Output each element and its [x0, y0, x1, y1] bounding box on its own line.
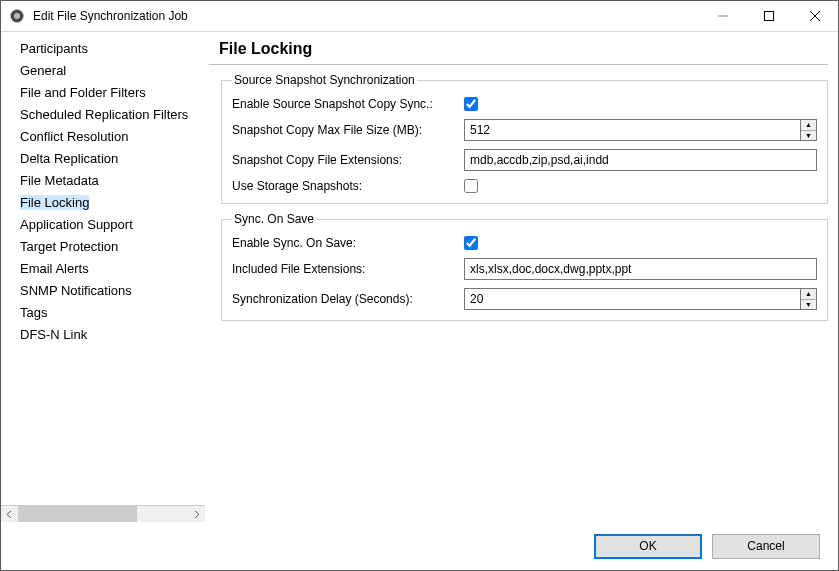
enable-sync-on-save-label: Enable Sync. On Save:: [232, 236, 464, 250]
sidebar-item-label: General: [20, 63, 66, 78]
source-snapshot-group: Source Snapshot Synchronization Enable S…: [221, 73, 828, 204]
close-button[interactable]: [792, 1, 838, 32]
sidebar-item-label: Conflict Resolution: [20, 129, 128, 144]
sidebar-item-label: Target Protection: [20, 239, 118, 254]
content-pane: File Locking Source Snapshot Synchroniza…: [205, 32, 838, 522]
snapshot-extensions-label: Snapshot Copy File Extensions:: [232, 153, 464, 167]
enable-snapshot-checkbox[interactable]: [464, 97, 478, 111]
ok-button[interactable]: OK: [594, 534, 702, 559]
sidebar-item-general[interactable]: General: [1, 60, 205, 82]
spin-up-button[interactable]: ▲: [801, 120, 816, 131]
use-storage-snapshots-label: Use Storage Snapshots:: [232, 179, 464, 193]
dialog-footer: OK Cancel: [1, 522, 838, 570]
sidebar-item-snmp-notifications[interactable]: SNMP Notifications: [1, 280, 205, 302]
max-file-size-input[interactable]: [464, 119, 800, 141]
group-legend: Source Snapshot Synchronization: [232, 73, 417, 87]
sidebar-item-tags[interactable]: Tags: [1, 302, 205, 324]
sidebar-item-dfs-n-link[interactable]: DFS-N Link: [1, 324, 205, 346]
sidebar-item-conflict-resolution[interactable]: Conflict Resolution: [1, 126, 205, 148]
spin-up-button[interactable]: ▲: [801, 289, 816, 300]
sidebar-item-file-locking[interactable]: File Locking: [1, 192, 205, 214]
sidebar-item-label: File Locking: [20, 195, 89, 210]
sidebar-horizontal-scrollbar[interactable]: [1, 505, 205, 522]
sidebar-item-delta-replication[interactable]: Delta Replication: [1, 148, 205, 170]
scroll-track[interactable]: [18, 506, 188, 522]
sidebar-item-scheduled-replication-filters[interactable]: Scheduled Replication Filters: [1, 104, 205, 126]
titlebar: Edit File Synchronization Job: [1, 1, 838, 32]
included-extensions-input[interactable]: [464, 258, 817, 280]
sync-delay-input[interactable]: [464, 288, 800, 310]
sidebar-item-target-protection[interactable]: Target Protection: [1, 236, 205, 258]
group-legend: Sync. On Save: [232, 212, 316, 226]
sidebar-item-label: Participants: [20, 41, 88, 56]
sidebar-list: ParticipantsGeneralFile and Folder Filte…: [1, 32, 205, 505]
sidebar-item-file-metadata[interactable]: File Metadata: [1, 170, 205, 192]
window-title: Edit File Synchronization Job: [33, 9, 700, 23]
cancel-button[interactable]: Cancel: [712, 534, 820, 559]
scroll-right-button[interactable]: [188, 506, 205, 522]
app-icon: [9, 8, 25, 24]
scroll-thumb[interactable]: [18, 506, 137, 522]
max-file-size-spinner[interactable]: ▲ ▼: [464, 119, 817, 141]
sidebar-item-label: Delta Replication: [20, 151, 118, 166]
scroll-left-button[interactable]: [1, 506, 18, 522]
enable-snapshot-label: Enable Source Snapshot Copy Sync.:: [232, 97, 464, 111]
sidebar-item-email-alerts[interactable]: Email Alerts: [1, 258, 205, 280]
sidebar-item-label: DFS-N Link: [20, 327, 87, 342]
sidebar-item-label: Tags: [20, 305, 47, 320]
snapshot-extensions-input[interactable]: [464, 149, 817, 171]
minimize-button[interactable]: [700, 1, 746, 32]
use-storage-snapshots-checkbox[interactable]: [464, 179, 478, 193]
sidebar-item-file-and-folder-filters[interactable]: File and Folder Filters: [1, 82, 205, 104]
sidebar-item-participants[interactable]: Participants: [1, 38, 205, 60]
sidebar-item-label: Application Support: [20, 217, 133, 232]
svg-rect-3: [765, 12, 774, 21]
spin-down-button[interactable]: ▼: [801, 300, 816, 310]
sync-delay-label: Synchronization Delay (Seconds):: [232, 292, 464, 306]
sidebar-item-label: File and Folder Filters: [20, 85, 146, 100]
sidebar-item-application-support[interactable]: Application Support: [1, 214, 205, 236]
sidebar: ParticipantsGeneralFile and Folder Filte…: [1, 32, 205, 522]
enable-sync-on-save-checkbox[interactable]: [464, 236, 478, 250]
sidebar-item-label: SNMP Notifications: [20, 283, 132, 298]
sync-delay-spinner[interactable]: ▲ ▼: [464, 288, 817, 310]
max-file-size-label: Snapshot Copy Max File Size (MB):: [232, 123, 464, 137]
sync-on-save-group: Sync. On Save Enable Sync. On Save: Incl…: [221, 212, 828, 321]
sidebar-item-label: File Metadata: [20, 173, 99, 188]
sidebar-item-label: Email Alerts: [20, 261, 89, 276]
maximize-button[interactable]: [746, 1, 792, 32]
sidebar-item-label: Scheduled Replication Filters: [20, 107, 188, 122]
svg-point-1: [14, 13, 20, 19]
included-extensions-label: Included File Extensions:: [232, 262, 464, 276]
page-title: File Locking: [209, 32, 828, 65]
spin-down-button[interactable]: ▼: [801, 131, 816, 141]
